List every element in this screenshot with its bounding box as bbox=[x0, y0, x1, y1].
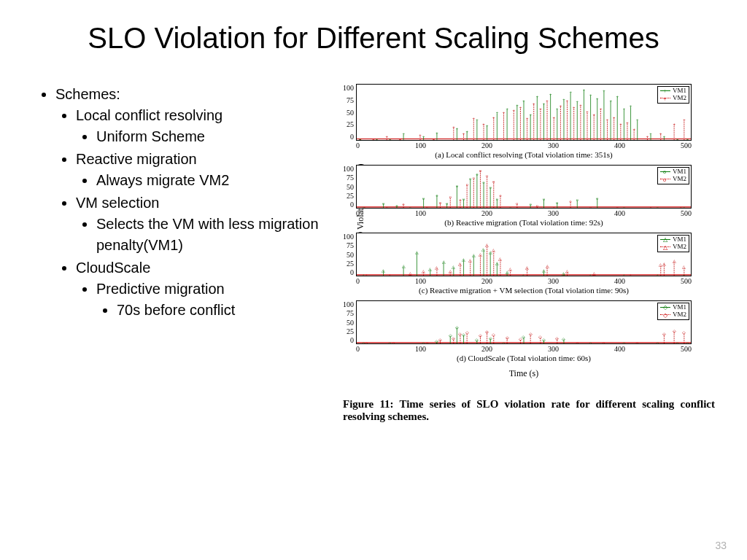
svg-text:+: + bbox=[630, 104, 632, 109]
svg-text:◇: ◇ bbox=[622, 341, 626, 343]
svg-text:◇: ◇ bbox=[362, 341, 365, 343]
svg-text:o: o bbox=[462, 197, 465, 201]
svg-text:△: △ bbox=[415, 250, 419, 254]
svg-text:+: + bbox=[606, 118, 609, 122]
svg-text:o: o bbox=[492, 179, 495, 184]
legend: ◇VM1◇VM2 bbox=[657, 303, 689, 320]
x-tick: 200 bbox=[481, 345, 492, 353]
b3a: Selects the VM with less migration penal… bbox=[96, 216, 319, 253]
content-row: Schemes: Local conflict resolving Unifor… bbox=[0, 62, 747, 423]
svg-text:o: o bbox=[403, 202, 405, 206]
x-tick: 500 bbox=[681, 277, 692, 285]
y-tick: 25 bbox=[347, 327, 354, 335]
svg-text:△: △ bbox=[592, 271, 596, 276]
svg-text:o: o bbox=[386, 206, 388, 208]
svg-text:o: o bbox=[530, 202, 532, 206]
svg-text:+: + bbox=[536, 95, 539, 99]
svg-text:o: o bbox=[616, 206, 619, 208]
legend: △VM1△VM2 bbox=[657, 235, 689, 252]
svg-text:o: o bbox=[589, 206, 592, 208]
svg-text:△: △ bbox=[495, 261, 499, 265]
svg-text:◇: ◇ bbox=[589, 341, 592, 343]
svg-text:△: △ bbox=[622, 273, 626, 276]
legend-label: VM2 bbox=[673, 176, 686, 183]
svg-text:◇: ◇ bbox=[656, 341, 659, 343]
svg-text:+: + bbox=[566, 99, 569, 104]
legend-label: VM2 bbox=[673, 311, 686, 319]
x-ticks: 0100200300400500 bbox=[356, 141, 692, 149]
x-ticks: 0100200300400500 bbox=[356, 344, 692, 353]
legend-item-vm2: oVM2 bbox=[660, 176, 686, 183]
y-tick: 50 bbox=[347, 319, 354, 327]
svg-text:o: o bbox=[426, 206, 428, 208]
y-ticks: 1007550250 bbox=[336, 165, 356, 209]
svg-text:◇: ◇ bbox=[388, 341, 392, 343]
svg-text:◇: ◇ bbox=[475, 338, 479, 342]
svg-text:+: + bbox=[586, 110, 589, 114]
x-tick: 0 bbox=[356, 277, 360, 285]
x-axis-label: Time (s) bbox=[356, 368, 692, 379]
y-tick: 25 bbox=[347, 260, 354, 268]
svg-text:◇: ◇ bbox=[425, 341, 429, 343]
svg-text:◇: ◇ bbox=[686, 341, 689, 343]
svg-text:◇: ◇ bbox=[576, 341, 579, 343]
svg-text:+: + bbox=[579, 104, 582, 108]
svg-text:△: △ bbox=[506, 270, 509, 274]
svg-text:△: △ bbox=[482, 247, 486, 252]
legend-label: VM2 bbox=[673, 95, 686, 102]
svg-text:△: △ bbox=[479, 252, 482, 257]
plot-area: ◇VM1◇VM2◇◇◇◇◇◇◇◇◇◇◇◇◇◇◇◇◇◇◇◇◇◇◇◇◇◇◇◇◇◇◇◇… bbox=[356, 300, 692, 344]
x-ticks: 0100200300400500 bbox=[356, 276, 692, 285]
svg-text:+: + bbox=[506, 107, 508, 112]
svg-text:o: o bbox=[489, 185, 492, 190]
svg-text:+: + bbox=[596, 97, 599, 101]
panel-caption: (a) Local conflict resolving (Total viol… bbox=[356, 149, 692, 159]
svg-text:o: o bbox=[409, 206, 411, 208]
svg-text:o: o bbox=[650, 206, 652, 208]
svg-text:o: o bbox=[570, 199, 572, 203]
y-tick: 75 bbox=[347, 241, 354, 249]
svg-text:o: o bbox=[496, 197, 498, 201]
y-ticks: 1007550250 bbox=[336, 233, 356, 276]
svg-text:+: + bbox=[452, 125, 455, 130]
x-tick: 500 bbox=[681, 141, 692, 149]
svg-text:◇: ◇ bbox=[676, 341, 679, 343]
legend: +VM1+VM2 bbox=[657, 86, 689, 104]
bullet-list: Schemes: Local conflict resolving Unifor… bbox=[36, 84, 321, 423]
svg-text:o: o bbox=[479, 168, 481, 173]
x-tick: 100 bbox=[415, 345, 426, 353]
svg-text:o: o bbox=[446, 201, 448, 206]
svg-text:o: o bbox=[459, 198, 461, 203]
b2: Reactive migration bbox=[76, 151, 197, 167]
y-tick: 25 bbox=[347, 120, 354, 128]
svg-text:+: + bbox=[556, 107, 559, 112]
page-number: 33 bbox=[715, 540, 727, 551]
svg-text:△: △ bbox=[662, 262, 666, 266]
svg-text:△: △ bbox=[682, 273, 686, 276]
x-tick: 300 bbox=[548, 345, 559, 353]
y-tick: 100 bbox=[343, 165, 354, 173]
legend-item-vm2: +VM2 bbox=[660, 95, 686, 102]
svg-text:△: △ bbox=[402, 264, 406, 268]
x-tick: 0 bbox=[356, 141, 360, 149]
svg-text:o: o bbox=[466, 182, 468, 187]
x-tick: 500 bbox=[681, 209, 692, 217]
svg-text:+: + bbox=[562, 98, 565, 102]
x-tick: 100 bbox=[415, 209, 426, 217]
x-ticks: 0100200300400500 bbox=[356, 209, 692, 217]
x-tick: 200 bbox=[481, 209, 492, 217]
x-tick: 300 bbox=[548, 277, 559, 285]
svg-text:+: + bbox=[673, 122, 676, 127]
svg-text:+: + bbox=[436, 131, 438, 136]
svg-text:◇: ◇ bbox=[392, 341, 395, 343]
svg-text:△: △ bbox=[589, 273, 592, 276]
svg-text:+: + bbox=[522, 99, 525, 104]
page-title: SLO Violation for Different Scaling Sche… bbox=[0, 0, 747, 62]
svg-text:◇: ◇ bbox=[555, 336, 559, 341]
chart-panel-b: 1007550250oVM1oVM2oooooooooooooooooooooo… bbox=[336, 165, 708, 227]
svg-text:+: + bbox=[576, 100, 579, 104]
svg-text:o: o bbox=[473, 176, 475, 180]
svg-text:o: o bbox=[382, 201, 384, 206]
y-tick: 0 bbox=[350, 268, 354, 276]
svg-text:+: + bbox=[419, 133, 422, 138]
